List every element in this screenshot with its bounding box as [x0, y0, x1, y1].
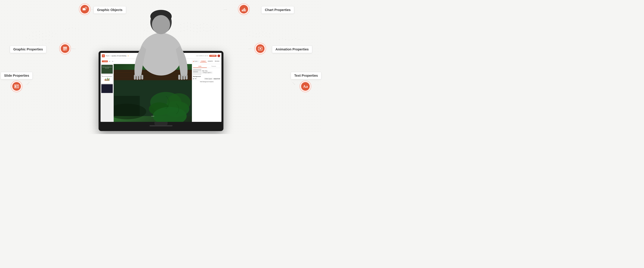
- svg-point-68: [204, 27, 204, 28]
- layout-name: Title Only: [202, 70, 212, 72]
- fill-row: ▶ Fill Follow Layout Apply To All: [193, 78, 220, 80]
- main-toolbar: D FILE ∨ Quotes of Scott Belsky ★ Last m…: [100, 53, 222, 59]
- slide-thumbnail-2[interactable]: 2 Why do we keep doing this?: [101, 74, 113, 84]
- svg-point-38: [148, 28, 148, 28]
- svg-point-110: [259, 32, 260, 33]
- change-layout-button[interactable]: Change Layout ∨: [202, 72, 212, 74]
- last-modified: Last modified on Jan 23: [196, 55, 208, 56]
- svg-point-10: [52, 32, 53, 33]
- panel-tab-themes[interactable]: Themes: [207, 65, 221, 68]
- tab-animate[interactable]: ANIMATE: [207, 60, 214, 62]
- main-content-area: 1 Welcome to the place you have a go. 2 …: [100, 64, 222, 122]
- slide-properties-label: Slide Properties: [1, 72, 32, 79]
- graphic-properties-icon-container: [59, 43, 71, 54]
- svg-point-92: [166, 48, 166, 49]
- svg-point-60: [207, 24, 207, 25]
- svg-point-21: [32, 42, 33, 43]
- forest-svg: [114, 64, 192, 122]
- svg-point-108: [253, 32, 253, 33]
- insert-shape-tool[interactable]: ◯ Shape: [149, 60, 152, 63]
- svg-point-118: [256, 36, 256, 37]
- shape-icon: ◯: [149, 60, 152, 62]
- undo-icon[interactable]: ↩: [108, 60, 111, 62]
- insert-text-tool[interactable]: T Text: [141, 60, 144, 63]
- slide-panel: 1 Welcome to the place you have a go. 2 …: [100, 64, 114, 122]
- svg-point-122: [269, 36, 270, 37]
- graphic-objects-icon-container: [79, 3, 91, 15]
- svg-rect-189: [16, 85, 18, 86]
- redo-icon[interactable]: ↪: [112, 60, 114, 62]
- svg-point-4: [32, 36, 33, 36]
- svg-point-126: [289, 40, 290, 40]
- image-icon: ⬜: [145, 60, 148, 62]
- svg-rect-143: [157, 32, 165, 38]
- svg-point-40: [154, 26, 155, 26]
- svg-rect-180: [63, 48, 67, 49]
- media-icon: ▶: [162, 60, 165, 62]
- slide-2-title: Why do we keep doing this?: [102, 75, 112, 77]
- file-menu[interactable]: FILE ∨: [106, 55, 110, 57]
- svg-rect-179: [63, 47, 67, 48]
- text-properties-label: Text Properties: [291, 72, 321, 79]
- svg-point-67: [200, 28, 201, 28]
- svg-point-142: [150, 10, 172, 23]
- insert-chart-tool[interactable]: 📊 Chart: [158, 60, 161, 63]
- animation-properties-icon: [256, 44, 264, 53]
- svg-point-71: [213, 26, 214, 26]
- apply-to-all-button[interactable]: Apply To All: [213, 78, 220, 80]
- svg-point-64: [190, 27, 191, 28]
- tab-review[interactable]: REVIEW: [214, 60, 220, 62]
- slide-number-1: 1: [102, 65, 102, 66]
- share-button[interactable]: ✦ SHARE: [209, 55, 216, 57]
- play-button[interactable]: ▶ PLAY ∨: [192, 60, 200, 62]
- svg-point-69: [207, 28, 207, 28]
- svg-point-103: [72, 28, 72, 28]
- tab-format[interactable]: FORMAT: [200, 60, 206, 62]
- slide-number-2: 2: [102, 75, 102, 76]
- svg-point-32: [148, 24, 148, 25]
- fill-dropdown[interactable]: Follow Layout: [204, 78, 212, 80]
- graphic-objects-icon: [80, 5, 89, 14]
- svg-point-52: [180, 24, 181, 25]
- insert-table-tool[interactable]: ⊞ Table: [154, 60, 156, 63]
- layout-thumbnail: [193, 69, 201, 75]
- insert-image-tool[interactable]: ⬜ Image: [145, 60, 148, 63]
- svg-point-36: [161, 24, 161, 25]
- right-properties-panel: Slide Themes Title Only Change Layout ∨: [192, 64, 222, 122]
- animation-properties-icon-container: [254, 43, 266, 54]
- chart-properties-icon-container: [238, 3, 250, 15]
- svg-point-50: [164, 30, 164, 31]
- svg-point-76: [190, 30, 191, 31]
- svg-point-74: [184, 30, 184, 31]
- svg-point-30: [46, 43, 46, 44]
- svg-rect-174: [242, 10, 243, 11]
- layout-row: Title Only Change Layout ∨: [193, 69, 220, 75]
- svg-line-173: [292, 82, 295, 85]
- svg-point-123: [279, 39, 280, 40]
- svg-point-12: [26, 38, 26, 38]
- svg-line-172: [27, 82, 30, 85]
- svg-point-120: [262, 35, 263, 36]
- slide-thumbnail-1[interactable]: 1 Welcome to the place you have a go.: [101, 65, 113, 74]
- svg-rect-181: [63, 50, 66, 50]
- slide-thumbnail-3[interactable]: 3: [101, 84, 113, 93]
- svg-point-25: [46, 39, 46, 40]
- svg-point-85: [159, 45, 160, 46]
- slide-canvas[interactable]: chart: [114, 64, 192, 122]
- svg-point-31: [49, 42, 50, 43]
- monitor-container: D FILE ∨ Quotes of Scott Belsky ★ Last m…: [98, 51, 224, 131]
- svg-point-145: [152, 15, 170, 34]
- add-slide-button[interactable]: + SLIDE: [102, 60, 108, 62]
- svg-rect-188: [15, 85, 16, 88]
- svg-point-75: [187, 29, 188, 30]
- star-icon[interactable]: ★: [128, 55, 129, 57]
- svg-point-5: [36, 35, 36, 36]
- svg-point-81: [207, 31, 207, 32]
- svg-point-114: [272, 32, 273, 33]
- svg-point-66: [197, 28, 198, 29]
- svg-point-24: [42, 40, 43, 40]
- panel-tab-slide[interactable]: Slide: [193, 65, 207, 68]
- svg-point-29: [42, 44, 43, 45]
- insert-media-tool[interactable]: ▶ Media: [162, 60, 165, 63]
- svg-point-17: [42, 36, 43, 37]
